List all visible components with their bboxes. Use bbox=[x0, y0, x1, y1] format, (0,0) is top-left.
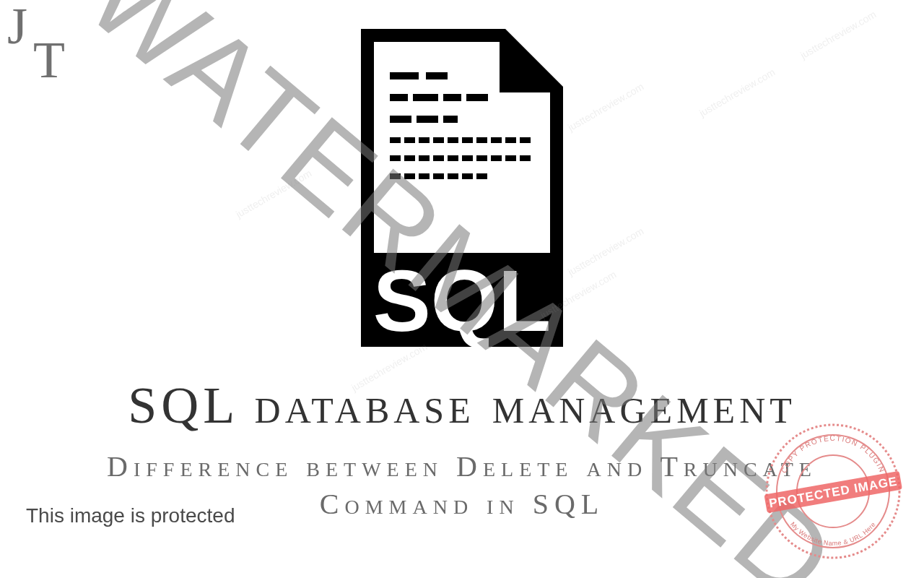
svg-rect-6 bbox=[390, 116, 411, 123]
watermark-url: justtechreview.com bbox=[234, 168, 313, 220]
svg-rect-30 bbox=[404, 173, 415, 179]
svg-rect-5 bbox=[466, 94, 488, 101]
svg-rect-20 bbox=[404, 155, 415, 161]
svg-rect-1 bbox=[426, 72, 448, 79]
svg-rect-17 bbox=[505, 137, 516, 143]
stamp-outer-bottom: My Website Name & URL Here bbox=[789, 521, 877, 548]
svg-rect-14 bbox=[462, 137, 473, 143]
sql-file-icon: SQL bbox=[346, 22, 578, 354]
svg-rect-4 bbox=[443, 94, 461, 101]
sql-icon-label: SQL bbox=[373, 252, 552, 349]
svg-rect-34 bbox=[462, 173, 473, 179]
watermark-url: justtechreview.com bbox=[798, 9, 878, 61]
watermark-url: justtechreview.com bbox=[566, 81, 645, 134]
svg-rect-21 bbox=[419, 155, 430, 161]
svg-rect-26 bbox=[491, 155, 502, 161]
svg-rect-33 bbox=[448, 173, 458, 179]
svg-rect-28 bbox=[520, 155, 531, 161]
svg-rect-23 bbox=[448, 155, 458, 161]
watermark-url: justtechreview.com bbox=[566, 225, 645, 278]
svg-rect-16 bbox=[491, 137, 502, 143]
svg-rect-10 bbox=[404, 137, 415, 143]
svg-rect-3 bbox=[413, 94, 438, 101]
svg-rect-22 bbox=[433, 155, 444, 161]
svg-rect-7 bbox=[417, 116, 438, 123]
svg-rect-35 bbox=[476, 173, 487, 179]
image-canvas: J T SQL SQL database management Differen… bbox=[0, 0, 924, 578]
svg-rect-11 bbox=[419, 137, 430, 143]
svg-rect-32 bbox=[433, 173, 444, 179]
site-logo: J T bbox=[7, 3, 62, 84]
svg-text:My Website Name & URL Here: My Website Name & URL Here bbox=[789, 521, 877, 548]
svg-rect-24 bbox=[462, 155, 473, 161]
svg-rect-18 bbox=[520, 137, 531, 143]
svg-rect-15 bbox=[476, 137, 487, 143]
watermark-url: justtechreview.com bbox=[697, 66, 777, 119]
svg-rect-27 bbox=[505, 155, 516, 161]
svg-rect-13 bbox=[448, 137, 458, 143]
logo-line-2: T bbox=[33, 37, 62, 84]
svg-rect-8 bbox=[443, 116, 458, 123]
svg-rect-25 bbox=[476, 155, 487, 161]
svg-rect-19 bbox=[390, 155, 401, 161]
protected-note: This image is protected bbox=[26, 504, 235, 527]
svg-rect-0 bbox=[390, 72, 419, 79]
svg-rect-12 bbox=[433, 137, 444, 143]
headline: SQL database management bbox=[0, 376, 924, 436]
svg-rect-9 bbox=[390, 137, 401, 143]
svg-rect-2 bbox=[390, 94, 408, 101]
svg-rect-31 bbox=[419, 173, 430, 179]
svg-rect-29 bbox=[390, 173, 401, 179]
